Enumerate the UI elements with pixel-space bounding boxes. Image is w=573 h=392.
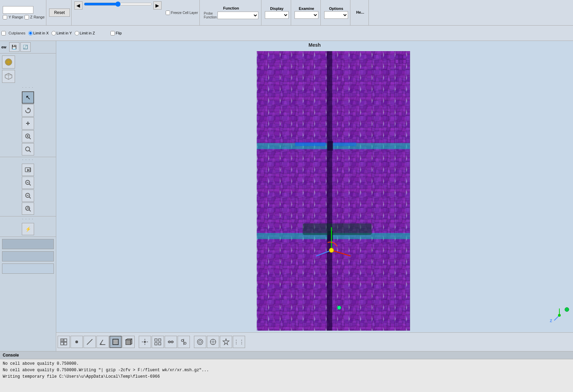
cube-icon-btn[interactable]	[2, 70, 15, 83]
limit-z-label: Limit in Z	[80, 31, 95, 35]
svg-rect-71	[64, 342, 67, 345]
mesh-container[interactable]	[97, 51, 570, 331]
svg-point-67	[565, 307, 569, 312]
sidebar-panel-1	[2, 239, 54, 249]
svg-rect-70	[61, 342, 63, 345]
screenshot-icon	[25, 166, 31, 173]
svg-text:~: ~	[26, 194, 28, 197]
display-dropdown[interactable]	[265, 11, 289, 19]
toolbar-input[interactable]: 0	[3, 6, 33, 14]
slider[interactable]	[84, 1, 152, 7]
reset-button[interactable]: Reset	[49, 9, 70, 17]
help-label: He...	[356, 10, 364, 14]
zoom-all-tool-btn[interactable]: ~	[22, 190, 34, 202]
svg-point-0	[5, 59, 12, 65]
y-range-checkbox[interactable]	[3, 15, 7, 19]
angle-btn[interactable]	[96, 336, 109, 348]
select-cells-btn[interactable]	[58, 336, 70, 348]
screenshot-tool-btn[interactable]	[22, 164, 34, 176]
zoom-all-icon: ~	[25, 192, 31, 199]
sidebar-top: ew 💾 🔄	[0, 41, 56, 54]
node-btn[interactable]	[165, 336, 177, 348]
line-icon	[86, 338, 93, 346]
cutplanes-label: Cutplanes	[9, 31, 26, 35]
angle-icon	[99, 338, 106, 346]
freeze-cell-layer-checkbox[interactable]	[166, 11, 170, 15]
svg-line-21	[29, 197, 31, 198]
svg-rect-69	[64, 339, 67, 342]
save-button[interactable]: 💾	[9, 42, 19, 52]
rotate-tool-btn[interactable]	[22, 104, 34, 117]
nav-left-button[interactable]: ◀	[74, 1, 82, 10]
options-section: Options	[322, 0, 350, 25]
btn-ring2[interactable]	[207, 336, 219, 348]
mesh-svg	[97, 51, 570, 331]
limit-z-radio[interactable]	[75, 31, 79, 35]
console-line-1: No cell above quality 0.750000.	[3, 361, 570, 367]
limit-x-radio[interactable]	[28, 31, 33, 35]
refresh-button[interactable]: 🔄	[20, 42, 31, 52]
sphere-icon-btn[interactable]	[2, 56, 15, 69]
options-dropdown[interactable]	[324, 11, 348, 19]
zoom-tool-btn[interactable]	[22, 143, 34, 155]
limit-x-label: Limit in X	[33, 31, 49, 35]
face-btn[interactable]	[109, 336, 122, 348]
limit-y-radio[interactable]	[51, 31, 56, 35]
explode-icon	[141, 338, 149, 346]
grid-icon	[154, 338, 162, 346]
flip-checkbox[interactable]	[110, 31, 115, 35]
svg-marker-14	[27, 169, 30, 171]
select-tool-btn[interactable]: ↖	[22, 91, 34, 104]
pan-tool-btn[interactable]: ✛	[22, 117, 34, 130]
tools-panel-2: ~	[0, 162, 56, 216]
svg-point-62	[337, 306, 341, 310]
ring2-icon	[209, 338, 217, 346]
nav-right-button[interactable]: ▶	[153, 1, 162, 10]
btn-star[interactable]	[220, 336, 232, 348]
svg-rect-44	[395, 55, 398, 59]
svg-point-66	[558, 314, 561, 317]
svg-marker-100	[223, 339, 229, 345]
grid-btn[interactable]	[152, 336, 164, 348]
measure-tool-btn[interactable]: ⚡	[22, 223, 34, 235]
tools-panel: ↖ ✛	[0, 90, 56, 157]
zoom-out-tool-btn[interactable]	[22, 177, 34, 189]
zoom-in-icon	[25, 133, 31, 140]
ring1-icon	[196, 338, 204, 346]
btn-dots[interactable]: ⋮⋮	[233, 336, 245, 348]
probe-function-section: Function ProbeFunction	[201, 0, 261, 25]
console-line-3: Writing temporary file C:\Users\u\AppDat…	[3, 374, 570, 380]
svg-line-74	[87, 339, 92, 345]
display-section: Display	[263, 0, 291, 25]
svg-line-24	[29, 210, 31, 211]
line-btn[interactable]	[84, 336, 96, 348]
view-label: ew	[1, 45, 6, 49]
svg-point-82	[144, 341, 146, 343]
probe-function-dropdown[interactable]	[217, 12, 258, 19]
zoom-fit-tool-btn[interactable]	[22, 202, 34, 215]
svg-point-61	[329, 248, 334, 252]
examine-dropdown[interactable]	[295, 11, 318, 19]
svg-rect-46	[403, 55, 406, 59]
zoom-icon	[25, 146, 31, 153]
examine-label: Examine	[299, 6, 314, 11]
split-btn[interactable]	[178, 336, 190, 348]
svg-rect-79	[126, 340, 131, 345]
z-range-checkbox[interactable]	[25, 15, 29, 19]
svg-point-95	[181, 340, 183, 342]
volume-btn[interactable]	[122, 336, 135, 348]
svg-point-98	[199, 341, 201, 343]
explode-btn[interactable]	[139, 336, 151, 348]
tool-divider-2: · · · ·	[0, 157, 56, 162]
cutplanes-checkbox[interactable]	[1, 31, 6, 35]
svg-point-73	[75, 341, 78, 343]
split-icon	[180, 338, 187, 346]
viewport: Mesh	[56, 41, 573, 351]
second-toolbar: Cutplanes Limit in X Limit in Y Limit in…	[0, 26, 573, 41]
examine-section: Examine	[292, 0, 321, 25]
zoom-in-tool-btn[interactable]	[22, 130, 34, 142]
btn-ring1[interactable]	[194, 336, 206, 348]
point-btn[interactable]	[71, 336, 83, 348]
face-icon	[112, 338, 119, 346]
flip-label: Flip	[116, 31, 122, 35]
